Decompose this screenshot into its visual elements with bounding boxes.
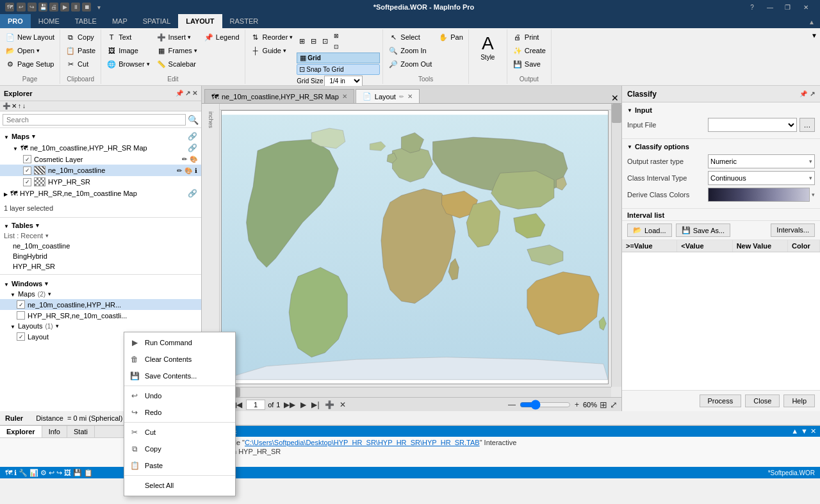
snap-to-grid-button[interactable]: ⊡ Snap To Grid xyxy=(297,64,380,75)
save-button[interactable]: 💾 Save xyxy=(510,58,548,70)
tables-options-icon[interactable]: ▾ xyxy=(36,222,39,229)
close-all-docs-btn[interactable]: ✕ xyxy=(609,93,621,103)
copy-button[interactable]: ⧉ Copy xyxy=(63,31,98,44)
arrange-icon-1[interactable]: ⊞ xyxy=(297,37,307,47)
table-item-hyp[interactable]: HYP_HR_SR xyxy=(0,261,201,272)
close-panel-button[interactable]: Close xyxy=(745,394,780,407)
print-button[interactable]: 🖨 Print xyxy=(510,31,548,44)
nav-page-input[interactable] xyxy=(246,400,265,410)
explorer-close-btn[interactable]: ✕ xyxy=(192,90,197,97)
scalebar-button[interactable]: 📏 Scalebar xyxy=(154,58,200,70)
windows-map-item-2[interactable]: HYP_HR_SR,ne_10m_coastli... xyxy=(0,310,201,321)
map-item-2[interactable]: 🗺 HYP_HR_SR,ne_10m_coastline Map 🔗 xyxy=(0,188,201,199)
status-icon-2[interactable]: ℹ xyxy=(14,469,17,477)
tab-table[interactable]: TABLE xyxy=(67,14,104,28)
explorer-up-btn[interactable]: ↑ xyxy=(18,102,21,110)
status-icon-3[interactable]: 🔧 xyxy=(19,469,28,477)
ctx-run-command[interactable]: ▶ Run Command xyxy=(124,334,235,351)
zoom-minus-btn[interactable]: — xyxy=(507,400,517,409)
classify-input-file-select[interactable] xyxy=(708,118,797,132)
maps-options-icon[interactable]: ▾ xyxy=(32,133,35,140)
intervals-btn[interactable]: Intervals... xyxy=(771,224,815,237)
nav-fit-btn[interactable]: ⤢ xyxy=(610,400,618,410)
arrange-icon-2[interactable]: ⊟ xyxy=(308,37,318,47)
tab-layout[interactable]: LAYOUT xyxy=(178,14,222,28)
qat-icon-3[interactable]: 💾 xyxy=(38,3,47,12)
guide-button[interactable]: ┼ Guide ▾ xyxy=(248,44,296,57)
windows-map-item-1[interactable]: ✓ ne_10m_coastline,HYP_HR... xyxy=(0,299,201,310)
select-button[interactable]: ↖ Select xyxy=(386,31,434,44)
image-button[interactable]: 🖼 Image xyxy=(104,44,152,57)
insert-button[interactable]: ➕ Insert ▾ xyxy=(154,31,200,44)
nav-next2-btn[interactable]: ▶▶ xyxy=(283,400,297,409)
nav-mode-btn[interactable]: ⊞ xyxy=(600,400,607,410)
layer-coastline[interactable]: ✓ ne_10m_coastline ✏ 🎨 ℹ xyxy=(0,165,201,176)
ctx-copy[interactable]: ⧉ Copy xyxy=(124,441,235,457)
stati-tab[interactable]: Stati xyxy=(67,426,95,437)
map-scroll-v-thumb[interactable] xyxy=(612,104,621,123)
table-item-binghybrid[interactable]: BingHybrid xyxy=(0,251,201,261)
create-button[interactable]: ✨ Create xyxy=(510,44,548,57)
status-icon-5[interactable]: ⚙ xyxy=(40,469,47,477)
layer-coastline-style-icon[interactable]: 🎨 xyxy=(184,167,192,174)
tab-pro[interactable]: PRO xyxy=(0,14,31,28)
close-button[interactable]: ✕ xyxy=(797,0,815,14)
ctx-paste[interactable]: 📋 Paste xyxy=(124,457,235,474)
status-icon-7[interactable]: ↪ xyxy=(56,469,62,477)
list-dropdown-icon[interactable]: ▾ xyxy=(45,232,49,239)
windows-header[interactable]: Windows ▾ xyxy=(0,279,201,289)
restore-button[interactable]: ❐ xyxy=(779,0,797,14)
ctx-redo[interactable]: ↪ Redo xyxy=(124,404,235,421)
cut-button[interactable]: ✂ Cut xyxy=(63,58,98,70)
tab-home[interactable]: HOME xyxy=(31,14,67,28)
qat-icon-6[interactable]: ⏸ xyxy=(71,3,80,12)
tab-map[interactable]: MAP xyxy=(104,14,135,28)
info-tab[interactable]: Info xyxy=(42,426,67,437)
arrange-small-2[interactable]: ⊡ xyxy=(331,42,341,52)
page-setup-button[interactable]: ⚙ Page Setup xyxy=(3,58,57,70)
classify-pin-btn[interactable]: 📌 xyxy=(800,90,807,97)
grid-size-select[interactable]: 1/4 in 1/8 in 1/2 in xyxy=(324,76,363,86)
wmap2-checkbox[interactable] xyxy=(17,311,25,320)
qat-icon-5[interactable]: ▶ xyxy=(60,3,69,12)
maps-header[interactable]: Maps ▾ 🔗 xyxy=(0,131,201,142)
map-scroll-vertical[interactable] xyxy=(611,104,621,387)
windows-options-icon[interactable]: ▾ xyxy=(45,280,48,287)
layer-coastline-checkbox[interactable]: ✓ xyxy=(23,167,31,175)
status-icon-9[interactable]: 💾 xyxy=(73,469,82,477)
frames-button[interactable]: ▦ Frames ▾ xyxy=(154,44,200,57)
help-button[interactable]: ? xyxy=(743,0,761,14)
search-icon[interactable]: 🔍 xyxy=(188,115,199,125)
ctx-undo[interactable]: ↩ Undo xyxy=(124,387,235,404)
classify-interval-select[interactable]: Continuous ▾ xyxy=(708,171,815,185)
explorer-tab[interactable]: Explorer xyxy=(0,426,42,437)
table-item-coastline[interactable]: ne_10m_coastline xyxy=(0,241,201,251)
map-item-1[interactable]: 🗺 ne_10m_coastline,HYP_HR_SR Map 🔗 xyxy=(0,142,201,154)
status-icon-8[interactable]: 🖼 xyxy=(64,469,71,477)
layer-hyp[interactable]: ✓ HYP_HR_SR xyxy=(0,176,201,188)
windows-maps-header[interactable]: Maps (2) ▾ xyxy=(0,289,201,299)
grid-button[interactable]: ▦ Grid xyxy=(297,53,380,63)
mapbasic-up-btn[interactable]: ▲ xyxy=(791,427,798,435)
reorder-button[interactable]: ⇅ Reorder ▾ xyxy=(248,31,296,44)
nav-remove-btn[interactable]: ✕ xyxy=(338,400,347,409)
layer-coastline-edit-icon[interactable]: ✏ xyxy=(177,167,182,174)
status-icon-10[interactable]: 📋 xyxy=(84,469,93,477)
process-button[interactable]: Process xyxy=(700,394,742,407)
doc-tab-layout[interactable]: 📄 Layout ✏ ✕ xyxy=(356,89,420,103)
mapbasic-close-btn[interactable]: ✕ xyxy=(810,427,816,435)
explorer-pin-btn[interactable]: 📌 xyxy=(176,90,183,97)
mapbasic-down-btn[interactable]: ▼ xyxy=(801,427,808,435)
zoom-slider[interactable] xyxy=(520,400,571,410)
search-input[interactable] xyxy=(3,114,186,126)
explorer-down-btn[interactable]: ↓ xyxy=(22,102,26,110)
status-icon-4[interactable]: 📊 xyxy=(29,469,38,477)
wmap1-checkbox[interactable]: ✓ xyxy=(17,300,25,309)
nav-last-btn[interactable]: ▶| xyxy=(310,400,320,409)
zoom-in-button[interactable]: 🔍 Zoom In xyxy=(386,44,434,57)
explorer-remove-btn[interactable]: ✕ xyxy=(12,102,17,110)
zoom-plus-btn[interactable]: + xyxy=(573,400,580,409)
explorer-expand-btn[interactable]: ↗ xyxy=(185,90,190,97)
legend-button[interactable]: 📌 Legend xyxy=(201,31,242,44)
classify-color-arrow[interactable]: ▾ xyxy=(812,191,815,198)
